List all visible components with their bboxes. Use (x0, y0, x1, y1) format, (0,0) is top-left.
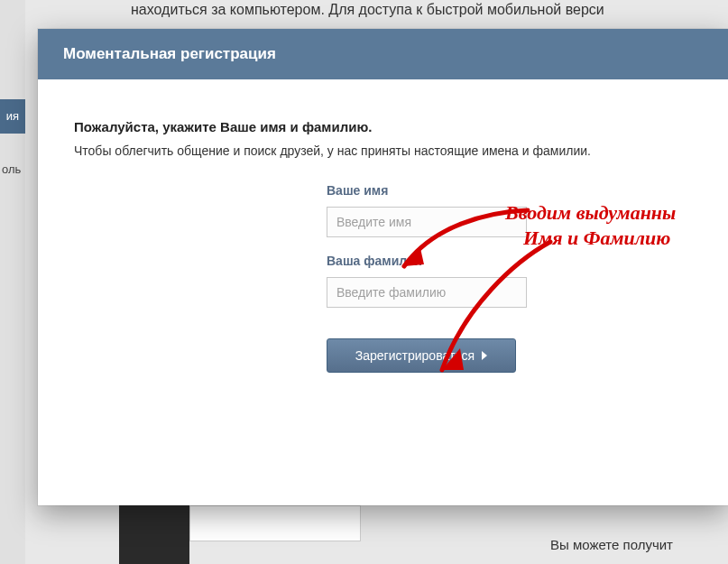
instruction-subtitle: Чтобы облегчить общение и поиск друзей, … (74, 143, 692, 158)
first-name-input[interactable] (327, 207, 527, 237)
bg-side-label: оль (2, 162, 21, 176)
registration-modal: Моментальная регистрация Пожалуйста, ука… (38, 29, 728, 505)
registration-form: Ваше имя Ваша фамилия Зарегистрироваться (327, 183, 534, 373)
modal-header: Моментальная регистрация (38, 29, 728, 79)
annotation-text-1: Вводим выдуманны (505, 200, 676, 227)
register-button-label: Зарегистрироваться (355, 348, 475, 363)
bg-top-text: находиться за компьютером. Для доступа к… (131, 2, 604, 18)
modal-title: Моментальная регистрация (63, 45, 276, 63)
register-button[interactable]: Зарегистрироваться (327, 338, 516, 373)
bg-side-tab: ия (0, 99, 25, 134)
instruction-title: Пожалуйста, укажите Ваше имя и фамилию. (74, 119, 692, 134)
last-name-input[interactable] (327, 277, 527, 308)
bg-dark-column (119, 505, 189, 564)
chevron-right-icon (482, 351, 487, 360)
annotation-text-2: Имя и Фамилию (523, 226, 670, 252)
page-sidebar (0, 0, 25, 564)
bg-bottom-text: Вы можете получит (550, 537, 673, 552)
bg-box (189, 505, 361, 541)
surname-label: Ваша фамилия (327, 254, 534, 268)
name-label: Ваше имя (327, 183, 534, 198)
